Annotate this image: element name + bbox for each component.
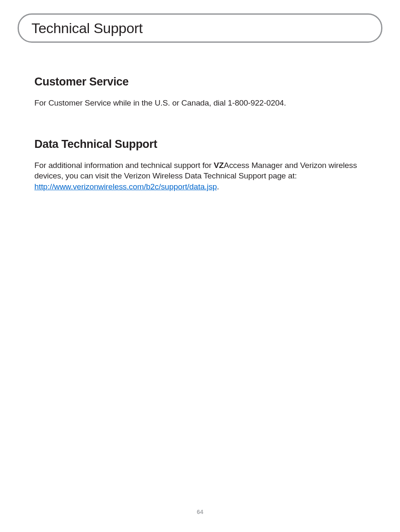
body-bold-vz: VZ	[214, 161, 224, 170]
page-title-box: Technical Support	[18, 13, 382, 43]
content-area: Customer Service For Customer Service wh…	[34, 75, 366, 222]
body-prefix: For additional information and technical…	[34, 161, 214, 170]
heading-data-tech-support: Data Technical Support	[34, 138, 366, 151]
support-link[interactable]: http://www.verizonwireless.com/b2c/suppo…	[34, 182, 217, 191]
page-number: 64	[0, 509, 400, 515]
heading-customer-service: Customer Service	[34, 75, 366, 88]
body-suffix: .	[217, 182, 219, 191]
page-title: Technical Support	[31, 20, 143, 36]
body-customer-service: For Customer Service while in the U.S. o…	[34, 98, 366, 108]
body-data-tech-support: For additional information and technical…	[34, 160, 366, 192]
